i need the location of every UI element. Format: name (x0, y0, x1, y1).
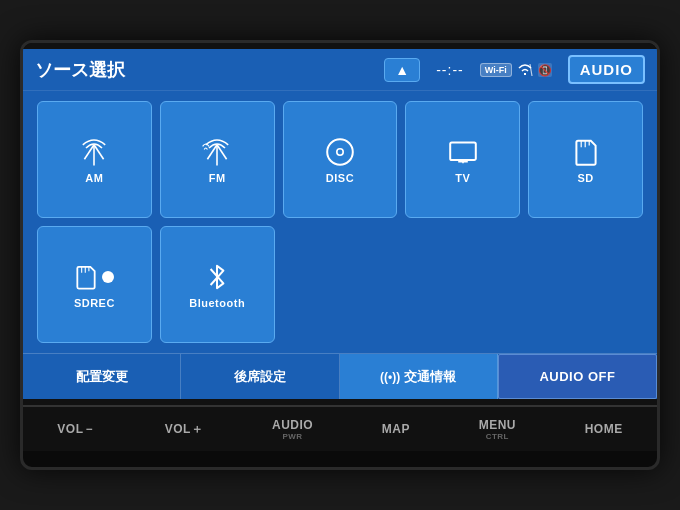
vol-minus-button[interactable]: VOL－ (49, 417, 104, 442)
svg-line-0 (530, 64, 532, 76)
am-icon (78, 136, 110, 168)
fm-icon (201, 136, 233, 168)
svg-text:📵: 📵 (538, 63, 552, 77)
svg-rect-11 (450, 142, 476, 160)
traffic-wave-icon: ((•)) (380, 370, 400, 384)
disc-icon (324, 136, 356, 168)
audio-power-button[interactable]: AUDIO PWR (264, 414, 321, 445)
map-button[interactable]: MAP (374, 418, 418, 440)
bluetooth-icon (201, 261, 233, 293)
menu-button[interactable]: MENU CTRL (471, 414, 524, 445)
svg-line-4 (85, 144, 95, 158)
sd-label: SD (577, 172, 593, 184)
signal-blocked-icon: 📵 (538, 63, 552, 77)
vol-plus-button[interactable]: VOL＋ (157, 417, 212, 442)
source-fm-button[interactable]: FM (160, 101, 275, 218)
home-button[interactable]: HOME (577, 418, 631, 440)
svg-point-9 (327, 139, 353, 165)
status-icons: Wi-Fi 📵 (480, 63, 552, 77)
rear-setting-button[interactable]: 後席設定 (181, 354, 339, 399)
header-controls: ▲ --:-- Wi-Fi 📵 (384, 55, 645, 84)
time-display: --:-- (436, 62, 464, 78)
traffic-info-button[interactable]: ((•)) 交通情報 (340, 354, 498, 399)
wifi-badge: Wi-Fi (480, 63, 512, 77)
sd-icon (570, 136, 602, 168)
source-tv-button[interactable]: TV (405, 101, 520, 218)
am-label: AM (85, 172, 103, 184)
screen-title: ソース選択 (35, 58, 384, 82)
audio-off-button[interactable]: AUDIO OFF (498, 354, 657, 399)
bluetooth-label: Bluetooth (189, 297, 245, 309)
svg-line-8 (217, 144, 227, 158)
action-bar: 配置変更 後席設定 ((•)) 交通情報 AUDIO OFF (23, 353, 657, 399)
sdrec-label: SDREC (74, 297, 115, 309)
svg-point-10 (337, 148, 343, 154)
layout-change-button[interactable]: 配置変更 (23, 354, 181, 399)
source-am-button[interactable]: AM (37, 101, 152, 218)
svg-point-20 (102, 271, 114, 283)
audio-mode-badge: AUDIO (568, 55, 645, 84)
eject-button[interactable]: ▲ (384, 58, 420, 82)
disc-label: DISC (326, 172, 354, 184)
screen: ソース選択 ▲ --:-- Wi-Fi 📵 (23, 49, 657, 399)
tv-icon (447, 136, 479, 168)
svg-line-5 (94, 144, 104, 158)
svg-line-7 (208, 144, 218, 158)
header-bar: ソース選択 ▲ --:-- Wi-Fi 📵 (23, 49, 657, 91)
rec-icon (101, 270, 115, 284)
source-disc-button[interactable]: DISC (283, 101, 398, 218)
tv-label: TV (455, 172, 470, 184)
source-sdrec-button[interactable]: SDREC (37, 226, 152, 343)
sdrec-sd-icon (73, 261, 99, 293)
source-sd-button[interactable]: SD (528, 101, 643, 218)
physical-button-row: VOL－ VOL＋ AUDIO PWR MAP MENU CTRL HOME (23, 405, 657, 451)
car-unit: ソース選択 ▲ --:-- Wi-Fi 📵 (20, 40, 660, 470)
wifi-signal-icon (516, 63, 534, 77)
source-bluetooth-button[interactable]: Bluetooth (160, 226, 275, 343)
source-grid: AM FM (23, 91, 657, 353)
fm-label: FM (209, 172, 226, 184)
